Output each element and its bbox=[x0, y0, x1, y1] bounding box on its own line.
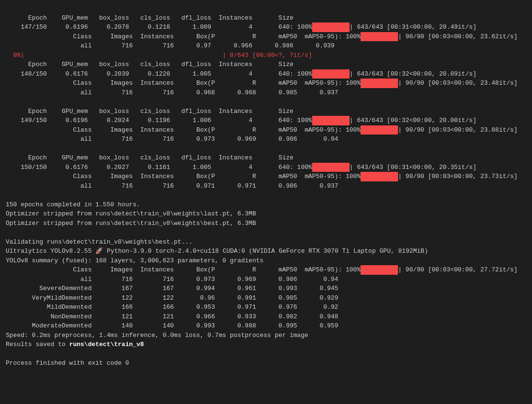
val-all: all 716 716 0.973 0.969 0.986 0.94 bbox=[6, 276, 338, 283]
results-saved: Results saved to runs\detect\train_v8 bbox=[6, 341, 144, 348]
epoch-149-class: Class Images Instances Box(P R mAP50 mAP… bbox=[6, 126, 518, 134]
val-mild: MildDemented 166 166 0.953 0.971 0.976 0… bbox=[6, 303, 338, 311]
val-very-mild: VeryMildDemented 122 122 0.96 0.991 0.98… bbox=[6, 294, 338, 302]
epoch-150-class: Class Images Instances Box(P R mAP50 mAP… bbox=[6, 173, 518, 180]
val-non: NonDemented 121 121 0.966 0.933 0.982 0.… bbox=[6, 313, 338, 320]
val-severe: SevereDemented 167 167 0.994 0.961 0.993… bbox=[6, 285, 338, 292]
optimizer-best: Optimizer stripped from runs\detect\trai… bbox=[6, 220, 256, 227]
process-finished: Process finished with exit code 0 bbox=[6, 359, 129, 367]
epoch-150-all: all 716 716 0.971 0.971 0.986 0.937 bbox=[6, 182, 338, 190]
epoch-149: 149/150 0.6196 0.2024 0.1196 1.006 4 640… bbox=[6, 117, 476, 124]
epoch-header-1: Epoch GPU_mem box_loss cls_loss dfl_loss… bbox=[6, 14, 294, 22]
val-moderate: ModerateDemented 140 140 0.993 0.988 0.9… bbox=[6, 322, 338, 329]
epoch-header-3: Epoch GPU_mem box_loss cls_loss dfl_loss… bbox=[6, 108, 294, 115]
epoch-148-class: Class Images Instances Box(P R mAP50 mAP… bbox=[6, 79, 518, 87]
validating: Validating runs\detect\train_v8\weights\… bbox=[6, 238, 192, 246]
epoch-0pct: 0%| | 0/643 [00:00<?, ?it/s] bbox=[6, 52, 312, 59]
epoch-150: 150/150 0.6176 0.2027 0.1161 1.005 4 640… bbox=[6, 164, 476, 171]
optimizer-last: Optimizer stripped from runs\detect\trai… bbox=[6, 210, 256, 217]
epoch-header-4: Epoch GPU_mem box_loss cls_loss dfl_loss… bbox=[6, 154, 294, 161]
epoch-147-class: Class Images Instances Box(P R mAP50 mAP… bbox=[6, 33, 518, 40]
terminal-output: Epoch GPU_mem box_loss cls_loss dfl_loss… bbox=[6, 4, 526, 368]
yolov8-summary: YOLOv8 summary (fused): 168 layers, 3,00… bbox=[6, 257, 263, 264]
val-header: Class Images Instances Box(P R mAP50 mAP… bbox=[6, 266, 518, 273]
epoch-header-2: Epoch GPU_mem box_loss cls_loss dfl_loss… bbox=[6, 61, 294, 68]
epoch-149-all: all 716 716 0.973 0.969 0.986 0.94 bbox=[6, 135, 338, 143]
ultralytics-info: Ultralytics YOLOv8.2.55 🚀 Python-3.9.0 t… bbox=[6, 247, 428, 255]
epochs-completed: 150 epochs completed in 1.550 hours. bbox=[6, 201, 140, 208]
epoch-147-all: all 716 716 0.97 0.966 0.986 0.939 bbox=[6, 42, 335, 49]
epoch-148-all: all 716 716 0.968 0.968 0.985 0.937 bbox=[6, 89, 338, 96]
epoch-148: 148/150 0.6176 0.2039 0.1228 1.005 4 640… bbox=[6, 70, 476, 78]
epoch-147: 147/150 0.6196 0.2078 0.1218 1.009 4 640… bbox=[6, 23, 476, 31]
speed-info: Speed: 0.2ms preprocess, 1.4ms inference… bbox=[6, 332, 308, 339]
